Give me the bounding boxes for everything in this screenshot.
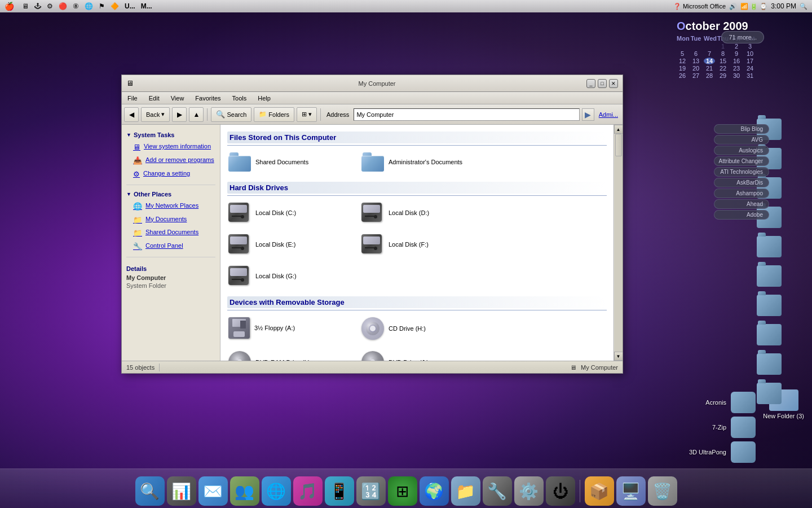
my-documents[interactable]: 📁 My Documents [122, 213, 220, 227]
dock-installer[interactable]: 📦 [585, 476, 614, 506]
dock-finder[interactable]: 🔍 [135, 476, 165, 506]
file-item-shared-docs[interactable]: Shared Documents [227, 151, 351, 173]
rp-folder-9[interactable] [757, 353, 782, 375]
cal-day[interactable]: 24 [744, 65, 756, 72]
close-button[interactable]: ✕ [609, 79, 618, 88]
system-tasks-section[interactable]: ▼ System Tasks [122, 129, 220, 141]
rp-folder-7[interactable] [757, 295, 782, 316]
cal-day[interactable]: 19 [677, 65, 688, 72]
menubar-dock3[interactable]: 🔴 [59, 2, 67, 10]
dock-system-prefs[interactable]: ⚙️ [514, 476, 544, 506]
shortcut-adobe[interactable]: Adobe [714, 210, 769, 220]
menubar-finder[interactable]: 🖥 [22, 2, 29, 10]
cal-day[interactable]: 21 [704, 65, 715, 72]
cal-day[interactable]: 10 [744, 50, 756, 57]
cal-day[interactable]: 30 [731, 72, 742, 79]
cal-day[interactable]: 26 [677, 72, 688, 79]
forward-button[interactable]: ▶ [172, 107, 187, 122]
cal-day[interactable] [690, 43, 701, 50]
shortcut-ahead[interactable]: Ahead [714, 199, 769, 209]
menubar-dock6[interactable]: ⚑ [99, 2, 105, 10]
admin-link[interactable]: Admi... [597, 111, 620, 118]
menu-view[interactable]: View [167, 95, 188, 102]
cal-day[interactable]: 12 [677, 58, 688, 64]
folders-button[interactable]: 📁 Folders [254, 107, 294, 122]
file-item-dvd-j[interactable]: DVD Drive (J:) [360, 350, 484, 361]
cal-day[interactable]: 9 [731, 50, 742, 57]
menu-edit[interactable]: Edit [145, 95, 163, 102]
back-dropdown[interactable]: Back ▾ [141, 107, 170, 122]
dock-calc[interactable]: 🔢 [356, 476, 386, 506]
menubar-dock2[interactable]: ⚙ [47, 2, 53, 10]
cal-day[interactable]: 16 [731, 58, 742, 64]
change-setting[interactable]: ⚙ Change a setting [122, 168, 220, 181]
dock-folder[interactable]: 📁 [451, 476, 480, 506]
cal-day[interactable]: 23 [731, 65, 742, 72]
menubar-search[interactable]: 🔍 [800, 3, 807, 10]
minimize-button[interactable]: _ [586, 79, 595, 88]
menu-favorites[interactable]: Favorites [192, 95, 224, 102]
file-item-local-d[interactable]: Local Disk (D:) [360, 202, 484, 224]
shortcut-blipblog[interactable]: Blip Blog [714, 124, 769, 134]
search-button[interactable]: 🔍 Search [211, 107, 251, 122]
cal-day[interactable] [677, 43, 688, 50]
add-remove-programs[interactable]: 📥 Add or remove programs [122, 154, 220, 168]
file-item-admin-docs[interactable]: Administrator's Documents [360, 151, 484, 173]
menubar-dock1[interactable]: 🕹 [34, 2, 41, 10]
dock-dashboard[interactable]: 📊 [167, 476, 196, 506]
cal-day[interactable]: 29 [717, 72, 729, 79]
menubar-app1[interactable]: U... [125, 2, 135, 10]
file-item-local-f[interactable]: Local Disk (F:) [360, 233, 484, 256]
shortcut-attribute-changer[interactable]: Attribute Changer [714, 156, 769, 166]
menubar-app2[interactable]: M... [141, 2, 152, 10]
shared-documents[interactable]: 📁 Shared Documents [122, 226, 220, 240]
menu-file[interactable]: File [124, 95, 141, 102]
apple-menu[interactable]: 🍎 [5, 2, 14, 11]
cal-day[interactable]: 17 [744, 58, 756, 64]
menubar-dock7[interactable]: 🔶 [111, 2, 119, 10]
dock-itunes[interactable]: 🎵 [293, 476, 323, 506]
stack-7zip[interactable]: 7-Zip [712, 417, 756, 438]
shortcut-ati[interactable]: ATI Technologies [714, 167, 769, 177]
file-item-local-e[interactable]: Local Disk (E:) [227, 233, 351, 256]
shortcut-avg[interactable]: AVG [714, 135, 769, 144]
shortcut-askbardis[interactable]: AskBarDis [714, 178, 769, 187]
title-bar[interactable]: 🖥 My Computer _ □ ✕ [122, 75, 623, 92]
cal-day[interactable]: 3 [744, 43, 756, 50]
rp-folder-5[interactable] [757, 236, 782, 257]
dock-mail[interactable]: ✉️ [198, 476, 228, 506]
cal-day[interactable]: 22 [717, 65, 729, 72]
cal-day-today[interactable]: 14 [704, 58, 715, 64]
rp-folder-8[interactable] [757, 324, 782, 345]
shortcut-ashampoo[interactable]: Ashampoo [714, 189, 769, 198]
other-places-section[interactable]: ▼ Other Places [122, 189, 220, 200]
stack-acronis[interactable]: Acronis [705, 392, 756, 413]
file-item-local-g[interactable]: Local Disk (G:) [227, 265, 351, 287]
cal-day[interactable]: 6 [690, 50, 701, 57]
maximize-button[interactable]: □ [598, 79, 607, 88]
back-button[interactable]: ◀ [124, 107, 139, 122]
go-button[interactable]: ▶ [582, 108, 594, 121]
file-item-dvdram-i[interactable]: DVD-RAM Drive (I:) [227, 350, 351, 361]
cal-day[interactable] [704, 43, 715, 50]
scroll-track[interactable] [615, 134, 623, 352]
cal-day[interactable]: 5 [677, 50, 688, 57]
cal-day[interactable]: 15 [717, 58, 729, 64]
cal-day[interactable]: 28 [704, 72, 715, 79]
dock-apps[interactable]: 🔧 [483, 476, 512, 506]
scrollbar[interactable]: ▲ ▼ [614, 125, 623, 361]
dock-appstore[interactable]: 📱 [325, 476, 354, 506]
more-popup[interactable]: 71 more... [721, 31, 764, 43]
view-system-info[interactable]: 🖥 View system information [122, 141, 220, 154]
dock-network[interactable]: 🌍 [420, 476, 449, 506]
shortcut-auslogics[interactable]: Auslogics [714, 146, 769, 155]
cal-day[interactable]: 8 [717, 50, 729, 57]
up-button[interactable]: ▲ [189, 107, 204, 122]
cal-day[interactable]: 27 [690, 72, 701, 79]
views-button[interactable]: ⊞ ▾ [297, 107, 317, 122]
control-panel[interactable]: 🔧 Control Panel [122, 240, 220, 253]
cal-day[interactable]: 7 [704, 50, 715, 57]
cal-day[interactable]: 1 [717, 43, 729, 50]
file-item-cd-h[interactable]: CD Drive (H:) [360, 316, 484, 341]
scroll-down-button[interactable]: ▼ [614, 352, 623, 361]
